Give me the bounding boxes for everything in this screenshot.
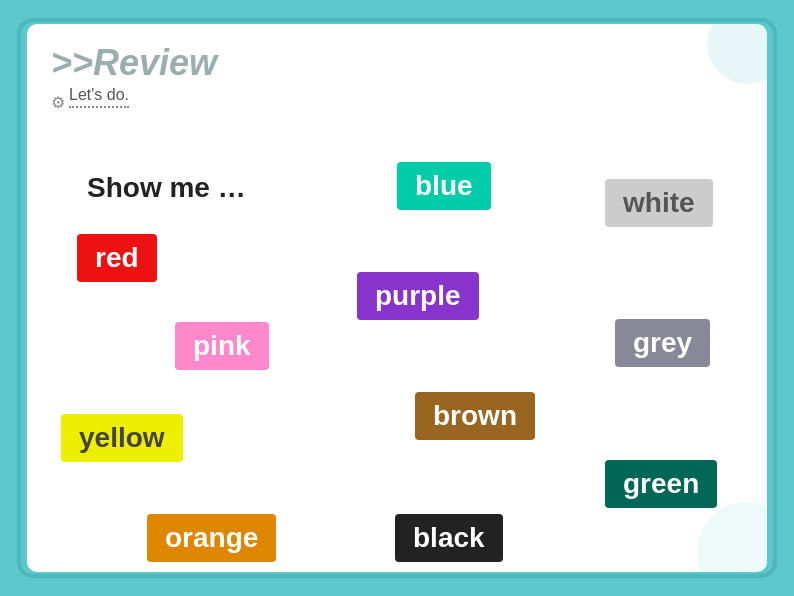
color-tag-yellow[interactable]: yellow — [61, 414, 183, 462]
show-me-prompt: Show me … — [87, 172, 246, 204]
deco-circle-br — [697, 502, 767, 572]
gear-icon: ⚙ — [51, 93, 65, 112]
color-tag-brown[interactable]: brown — [415, 392, 535, 440]
color-tag-white[interactable]: white — [605, 179, 713, 227]
outer-border: >>Review ⚙ Let's do. Show me … blue whit… — [17, 18, 777, 578]
review-label: >>Review — [51, 42, 217, 83]
color-tag-orange[interactable]: orange — [147, 514, 276, 562]
color-tag-grey[interactable]: grey — [615, 319, 710, 367]
review-title: >>Review — [51, 42, 743, 84]
subtitle-row: ⚙ Let's do. — [51, 86, 743, 118]
color-tag-pink[interactable]: pink — [175, 322, 269, 370]
color-tag-purple[interactable]: purple — [357, 272, 479, 320]
color-tag-blue[interactable]: blue — [397, 162, 491, 210]
subtitle-text: Let's do. — [69, 86, 129, 108]
color-tag-red[interactable]: red — [77, 234, 157, 282]
inner-card: >>Review ⚙ Let's do. Show me … blue whit… — [27, 24, 767, 572]
color-tag-black[interactable]: black — [395, 514, 503, 562]
color-tag-green[interactable]: green — [605, 460, 717, 508]
